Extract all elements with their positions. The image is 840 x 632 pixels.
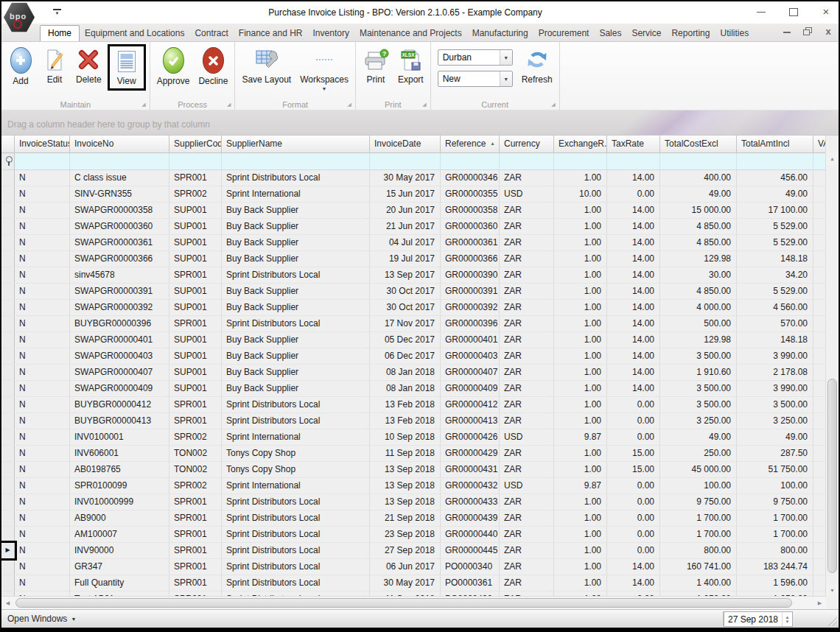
row-indicator-cell[interactable] (1, 429, 15, 445)
tab-finance-and-hr[interactable]: Finance and HR (234, 26, 308, 41)
bpo-logo[interactable]: bpo (4, 2, 35, 32)
filter-cell[interactable] (813, 153, 825, 169)
quick-access-dropdown-icon[interactable]: ▼ (53, 9, 61, 15)
column-header-taxrate[interactable]: TaxRate (607, 136, 660, 152)
chevron-down-icon[interactable]: ▼ (500, 71, 512, 86)
column-header-totalcostexcl[interactable]: TotalCostExcl (660, 136, 737, 152)
row-indicator-cell[interactable] (1, 348, 15, 364)
tab-reporting[interactable]: Reporting (666, 26, 715, 41)
filter-cell[interactable] (607, 153, 660, 169)
workspaces-button[interactable]: Workspaces ▼ (295, 45, 353, 94)
scroll-right-icon[interactable]: ▶ (813, 597, 826, 609)
filter-cell[interactable] (500, 153, 554, 169)
table-row[interactable]: NSWAPGR00000407SUP001Buy Back Supplier08… (1, 365, 825, 381)
tab-contract[interactable]: Contract (189, 26, 233, 41)
close-button[interactable]: × (821, 7, 831, 17)
group-by-bar[interactable]: Drag a column header here to group by th… (1, 110, 839, 136)
table-row[interactable]: NAB0198765TON002Tonys Copy Shop13 Sep 20… (1, 462, 825, 478)
dialog-launcher-icon[interactable]: ◢ (422, 102, 426, 108)
table-row[interactable]: NSWAPGR00000392SUP001Buy Back Supplier30… (1, 300, 825, 316)
add-button[interactable]: Add (4, 45, 38, 88)
column-header-invoiceno[interactable]: InvoiceNo (70, 136, 169, 152)
table-row[interactable]: NSINV-GRN355SPR002Sprint International15… (1, 186, 825, 203)
filter-cell[interactable] (554, 153, 607, 169)
table-row[interactable]: NC class issueSPR001Sprint Distributors … (1, 170, 825, 186)
row-indicator-cell[interactable] (1, 559, 15, 575)
delete-button[interactable]: Delete (71, 45, 106, 87)
row-indicator-cell[interactable] (1, 300, 15, 315)
tab-utilities[interactable]: Utilities (715, 26, 754, 41)
tab-service[interactable]: Service (626, 26, 666, 41)
tab-inventory[interactable]: Inventory (308, 26, 354, 41)
row-indicator-cell[interactable] (1, 203, 15, 218)
mdi-minimize-icon[interactable] (783, 27, 791, 36)
table-row[interactable]: NINV010000999SPR001Sprint Distributors L… (1, 494, 825, 510)
mdi-restore-icon[interactable] (803, 27, 812, 36)
tab-equipment-and-locations[interactable]: Equipment and Locations (80, 26, 189, 41)
dialog-launcher-icon[interactable]: ◢ (551, 102, 555, 108)
date-spinner[interactable]: ▲▼ (782, 612, 792, 626)
table-row[interactable]: NFull QuantitySPR001Sprint Distributors … (1, 575, 825, 591)
filter-cell[interactable] (222, 153, 370, 169)
column-header-invoicestatus[interactable]: InvoiceStatus (15, 136, 70, 152)
row-indicator-cell[interactable] (1, 446, 15, 461)
row-indicator-cell[interactable] (1, 575, 15, 591)
column-header-suppliercode[interactable]: SupplierCode (169, 136, 222, 152)
filter-cell[interactable] (737, 153, 813, 169)
horizontal-scroll-track[interactable] (14, 597, 813, 609)
table-row[interactable]: NINV606001TON002Tonys Copy Shop11 Sep 20… (1, 446, 825, 462)
export-button[interactable]: XLSX Export (393, 45, 428, 87)
column-header-totalamtincl[interactable]: TotalAmtIncl (737, 136, 813, 152)
maximize-button[interactable] (788, 7, 799, 17)
tab-procurement[interactable]: Procurement (533, 26, 595, 41)
filter-cell[interactable] (660, 153, 737, 169)
filter-cell[interactable] (169, 153, 222, 169)
site-combobox[interactable]: Durban ▼ (438, 49, 513, 66)
refresh-button[interactable]: Refresh (517, 45, 557, 87)
vertical-scroll-thumb[interactable] (827, 379, 837, 573)
row-indicator-cell[interactable] (1, 219, 15, 234)
column-header-reference[interactable]: Reference▲ (441, 136, 500, 152)
row-indicator-cell[interactable] (1, 170, 15, 186)
tab-sales[interactable]: Sales (594, 26, 626, 41)
open-windows-button[interactable]: Open Windows ▼ (1, 614, 76, 624)
column-header-vat[interactable]: VAT (813, 136, 825, 152)
chevron-down-icon[interactable]: ▼ (500, 50, 512, 65)
tab-home[interactable]: Home (40, 25, 80, 41)
table-row[interactable]: NSWAPGR00000409SUP001Buy Back Supplier08… (1, 381, 825, 397)
tab-maintenance-and-projects[interactable]: Maintenance and Projects (354, 26, 467, 41)
dialog-launcher-icon[interactable]: ◢ (141, 102, 145, 108)
row-indicator-cell[interactable] (1, 478, 15, 494)
scroll-left-icon[interactable]: ◀ (1, 597, 14, 609)
current-row-indicator[interactable]: ▶ (1, 543, 15, 558)
scroll-down-icon[interactable]: ▼ (826, 584, 839, 597)
status-combobox[interactable]: New ▼ (438, 71, 513, 87)
edit-button[interactable]: Edit (38, 45, 71, 87)
horizontal-scrollbar[interactable]: ◀ ▶ (1, 596, 826, 609)
decline-button[interactable]: Decline (194, 45, 232, 88)
scroll-up-icon[interactable]: ▲ (826, 152, 839, 165)
row-indicator-cell[interactable] (1, 186, 15, 202)
minimize-button[interactable] (756, 7, 766, 17)
row-indicator-cell[interactable] (1, 267, 15, 283)
filter-cell[interactable] (70, 153, 169, 169)
filter-cell[interactable] (370, 153, 441, 169)
table-row[interactable]: NSWAPGR00000401SUP001Buy Back Supplier05… (1, 332, 825, 348)
table-row[interactable]: NINV0100001SPR002Sprint International10 … (1, 429, 825, 446)
save-layout-button[interactable]: Save Layout (237, 45, 295, 87)
row-indicator-cell[interactable] (1, 494, 15, 510)
filter-cell[interactable] (441, 153, 500, 169)
filter-cell[interactable] (15, 153, 70, 169)
table-row[interactable]: NBUYBGR00000396SPR001Sprint Distributors… (1, 316, 825, 332)
row-indicator-cell[interactable] (1, 284, 15, 299)
table-row[interactable]: NSWAPGR00000361SUP001Buy Back Supplier04… (1, 235, 825, 251)
row-indicator-cell[interactable] (1, 251, 15, 267)
row-indicator-cell[interactable] (1, 397, 15, 412)
table-row[interactable]: NAM100007SPR001Sprint Distributors Local… (1, 527, 825, 543)
dialog-launcher-icon[interactable]: ◢ (348, 102, 351, 108)
row-indicator-cell[interactable] (1, 332, 15, 348)
column-header-invoicedate[interactable]: InvoiceDate (370, 136, 441, 152)
table-row[interactable]: NSPR0100099SPR002Sprint International13 … (1, 478, 825, 494)
table-row[interactable]: Nsinv45678SPR001Sprint Distributors Loca… (1, 267, 825, 284)
mdi-close-icon[interactable]: x (824, 27, 833, 36)
